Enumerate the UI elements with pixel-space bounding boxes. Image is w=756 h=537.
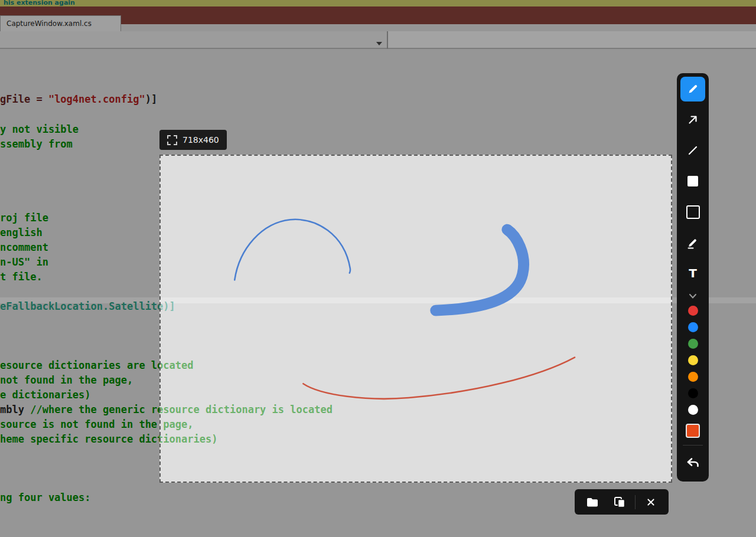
code-line: roj file	[0, 212, 48, 224]
code-line: english	[0, 227, 43, 238]
toolbar-divider	[683, 445, 703, 446]
code-line: not found in the page,	[0, 374, 133, 386]
open-folder-icon	[585, 495, 599, 509]
custom-color-swatch[interactable]	[686, 424, 700, 438]
annotation-toolbar: T	[677, 73, 709, 482]
code-line: n-US" in	[0, 256, 48, 268]
code-line: ssembly from	[0, 138, 73, 150]
capture-selection-region[interactable]	[159, 155, 672, 483]
pencil-icon	[686, 82, 700, 96]
color-orange[interactable]	[688, 372, 698, 382]
filled-square-icon	[687, 176, 698, 186]
filled-square-tool-button[interactable]	[680, 169, 705, 194]
arrow-tool-button[interactable]	[680, 107, 705, 132]
selection-bounds-icon	[167, 135, 177, 145]
code-line: e dictionaries)	[0, 389, 91, 401]
close-button[interactable]	[639, 492, 663, 513]
code-line: ng four values:	[0, 492, 91, 503]
color-white[interactable]	[688, 405, 698, 415]
code-line: ncomment	[0, 241, 48, 253]
code-line: y not visible	[0, 123, 79, 135]
bottom-toolbar-divider	[635, 495, 636, 509]
annotation-canvas	[161, 156, 671, 482]
capture-actions-toolbar	[575, 489, 669, 515]
code-line: gFile = "log4net.config")]	[0, 93, 157, 105]
rectangle-tool-button[interactable]	[680, 199, 705, 224]
chevron-down-icon[interactable]	[687, 292, 698, 301]
marker-icon	[686, 235, 700, 250]
color-yellow[interactable]	[688, 355, 698, 365]
line-icon	[686, 143, 700, 158]
code-line: eFallbackLocation.Satellite)]	[0, 300, 175, 312]
arrow-icon	[686, 113, 700, 127]
undo-button[interactable]	[680, 450, 705, 475]
color-black[interactable]	[688, 388, 698, 398]
color-blue[interactable]	[688, 322, 698, 332]
selection-size-label: 718x460	[183, 135, 219, 145]
text-tool-button[interactable]: T	[680, 261, 705, 286]
selection-size-badge: 718x460	[159, 130, 227, 150]
color-red[interactable]	[688, 306, 698, 316]
rectangle-outline-icon	[686, 205, 700, 219]
screen: his extension again CaptureWindow.xaml.c…	[0, 0, 756, 537]
close-icon	[644, 496, 657, 509]
code-line: t file.	[0, 271, 43, 283]
pencil-tool-button[interactable]	[680, 77, 705, 101]
color-palette	[688, 306, 698, 421]
color-green[interactable]	[688, 339, 698, 349]
copy-icon	[612, 495, 627, 509]
save-button[interactable]	[581, 492, 604, 513]
text-icon: T	[689, 266, 697, 280]
copy-button[interactable]	[608, 492, 631, 513]
marker-tool-button[interactable]	[680, 230, 705, 255]
line-tool-button[interactable]	[680, 138, 705, 163]
undo-icon	[685, 455, 700, 470]
annotation-blue-arc	[234, 220, 350, 280]
annotation-blue-thick-stroke	[436, 230, 524, 310]
annotation-red-curve	[303, 358, 575, 399]
